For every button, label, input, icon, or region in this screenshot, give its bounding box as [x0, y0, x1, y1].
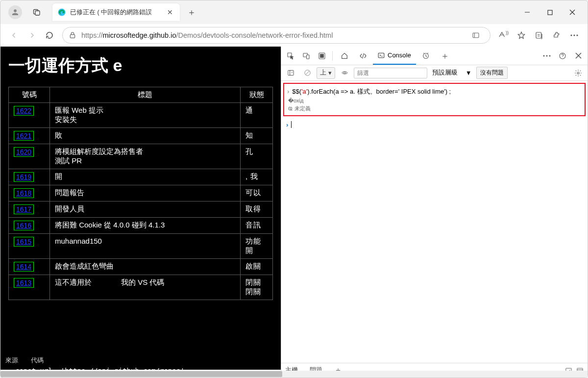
- minimize-button[interactable]: [516, 2, 539, 22]
- devtools-help-button[interactable]: [555, 49, 570, 63]
- device-toolbar-button[interactable]: [299, 49, 314, 63]
- back-button[interactable]: [5, 26, 23, 44]
- svg-point-10: [570, 34, 572, 36]
- issue-id-link[interactable]: 1620: [14, 147, 34, 157]
- favorites-button[interactable]: [513, 27, 530, 44]
- tab-close-button[interactable]: ✕: [165, 7, 175, 17]
- refresh-button[interactable]: [41, 26, 58, 44]
- issue-id-link[interactable]: 1615: [14, 237, 34, 247]
- issue-title-cell: 敗: [50, 128, 241, 144]
- svg-point-20: [543, 55, 545, 56]
- console-undefined-row: Ҩ未定義: [287, 105, 582, 112]
- page-heading: 一切運作方式 e: [8, 54, 273, 77]
- svg-rect-15: [307, 55, 309, 59]
- return-icon: �охід: [288, 98, 303, 104]
- svg-rect-1: [35, 11, 40, 15]
- svg-rect-17: [320, 54, 324, 57]
- svg-rect-9: [536, 32, 541, 38]
- read-aloud-button[interactable]: )): [495, 27, 512, 44]
- issue-status-cell: 閉關閉關: [241, 275, 273, 300]
- svg-rect-4: [548, 10, 552, 15]
- devtools-more-button[interactable]: [539, 49, 554, 63]
- svg-rect-26: [288, 71, 293, 76]
- devtools-panel: Console ＋ 上 ▾ 預設層級 ▼ 沒有問題 ›: [281, 47, 588, 378]
- issue-id-link[interactable]: 1613: [14, 278, 34, 288]
- console-input-row[interactable]: ›: [281, 118, 588, 131]
- console-code: $$('a').forEach(a => a. 樣式。border=' IPEX…: [292, 87, 451, 97]
- site-info-button[interactable]: [467, 27, 484, 44]
- welcome-tab[interactable]: [315, 49, 329, 63]
- new-tab-button[interactable]: ＋: [184, 4, 199, 20]
- issue-status-cell: 通: [241, 103, 273, 128]
- page-content: 一切運作方式 e 號碼 標題 狀態 1622匯報 Web 提示安裝失通1621敗…: [0, 47, 281, 378]
- issue-title-cell: 匯報 Web 提示安裝失: [50, 103, 241, 128]
- collections-button[interactable]: [531, 27, 547, 44]
- svg-point-11: [573, 34, 575, 36]
- url-scheme: https://: [81, 31, 103, 39]
- issues-table: 號碼 標題 狀態 1622匯報 Web 提示安裝失通1621敗知1620將模組解…: [8, 87, 273, 300]
- th-title: 標題: [50, 87, 241, 103]
- issue-status-cell: , 我: [241, 169, 273, 185]
- forward-button[interactable]: [23, 26, 41, 44]
- context-selector[interactable]: 上 ▾: [317, 67, 335, 79]
- issue-id-link[interactable]: 1617: [14, 204, 34, 214]
- window-titlebar: 已修正在 ( 中回報的網路錯誤 ✕ ＋: [0, 0, 588, 24]
- console-tab[interactable]: Console: [373, 47, 416, 65]
- table-row: 1617開發人員取得: [9, 202, 273, 218]
- issue-title-cell: 啟會造成紅色彎曲: [50, 259, 241, 275]
- home-tab[interactable]: [336, 47, 353, 65]
- issue-id-link[interactable]: 1614: [14, 262, 34, 272]
- issue-status-cell: 取得: [241, 202, 273, 218]
- table-row: 1618問題報告可以: [9, 185, 273, 202]
- browser-tab[interactable]: 已修正在 ( 中回報的網路錯誤 ✕: [52, 3, 180, 21]
- elements-tab[interactable]: [354, 47, 372, 65]
- chevron-right-icon: ›: [286, 121, 288, 128]
- th-number: 號碼: [9, 87, 50, 103]
- footer-code-label: 代碼: [31, 356, 44, 364]
- profile-avatar[interactable]: [8, 5, 22, 19]
- svg-point-21: [546, 55, 548, 56]
- issue-title-cell: 問題報告: [50, 185, 241, 202]
- issue-status-cell: 啟關: [241, 259, 273, 275]
- table-row: 1622匯報 Web 提示安裝失通: [9, 103, 273, 128]
- console-filter-input[interactable]: [354, 68, 427, 78]
- svg-point-22: [549, 55, 551, 56]
- issue-id-link[interactable]: 1619: [14, 172, 34, 182]
- svg-rect-8: [473, 33, 479, 37]
- svg-point-12: [576, 34, 578, 36]
- maximize-button[interactable]: [539, 2, 561, 22]
- issue-title-cell: 開發人員: [50, 202, 241, 218]
- issue-id-link[interactable]: 1618: [14, 188, 34, 198]
- no-issues-badge[interactable]: 沒有問題: [476, 67, 508, 79]
- issue-title-cell: 這不適用於 我的 VS 代碼: [50, 275, 241, 300]
- issue-status-cell: 功能開: [241, 234, 273, 259]
- svg-rect-7: [70, 35, 74, 38]
- issue-title-cell: 將困難 Cookie 從 4.0.0 碰到 4.1.3: [50, 218, 241, 234]
- menu-button[interactable]: [566, 27, 583, 44]
- issue-id-link[interactable]: 1622: [14, 106, 34, 116]
- svg-point-29: [343, 72, 345, 74]
- edge-icon: [57, 8, 66, 17]
- live-expression-button[interactable]: [337, 66, 352, 80]
- window-close-button[interactable]: [561, 2, 584, 22]
- th-status: 狀態: [241, 87, 273, 103]
- issue-status-cell: 音訊: [241, 218, 273, 234]
- sources-tab[interactable]: [417, 47, 435, 65]
- tab-actions-button[interactable]: [30, 5, 44, 19]
- new-panel-button[interactable]: ＋: [436, 47, 454, 65]
- extensions-button[interactable]: [548, 27, 565, 44]
- console-sidebar-toggle[interactable]: [283, 66, 298, 80]
- table-row: 1619開, 我: [9, 169, 273, 185]
- table-row: 1621敗知: [9, 128, 273, 144]
- issue-id-link[interactable]: 1616: [14, 221, 34, 230]
- console-settings-button[interactable]: [571, 66, 586, 80]
- url-path: /Demos/devtools-console/network-error-fi…: [176, 31, 333, 39]
- inspect-element-button[interactable]: [283, 49, 298, 63]
- log-level-selector[interactable]: 預設層級 ▼: [429, 69, 474, 77]
- url-field[interactable]: https://microsoftedge.github.io/Demos/de…: [62, 27, 490, 44]
- issue-status-cell: 知: [241, 128, 273, 144]
- window-horizontal-scrollbar[interactable]: [0, 371, 588, 378]
- clear-console-button[interactable]: [300, 66, 315, 80]
- issue-id-link[interactable]: 1621: [14, 131, 34, 141]
- devtools-close-button[interactable]: [571, 49, 586, 63]
